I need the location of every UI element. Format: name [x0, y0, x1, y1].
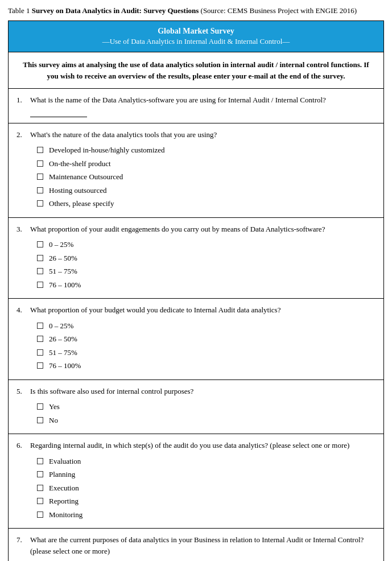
- list-item[interactable]: Reporting: [37, 496, 376, 507]
- list-item[interactable]: On-the-shelf product: [37, 158, 376, 170]
- option-label: Others, please specify: [49, 198, 114, 209]
- question-num-3: 3.: [16, 224, 27, 235]
- checkbox-icon[interactable]: [37, 241, 43, 248]
- list-item[interactable]: No: [37, 415, 376, 426]
- checkbox-icon[interactable]: [37, 174, 43, 180]
- checkbox-icon[interactable]: [37, 498, 43, 504]
- checkbox-icon[interactable]: [37, 336, 43, 342]
- options-4: 0 – 25%26 – 50%51 – 75%76 – 100%: [37, 320, 376, 372]
- checkbox-icon[interactable]: [37, 512, 43, 518]
- caption-bold: Survey on Data Analytics in Audit: Surve…: [32, 6, 199, 15]
- question-5: 5.Is this software also used for interna…: [9, 380, 383, 435]
- list-item[interactable]: Hosting outsourced: [37, 185, 376, 196]
- question-text-2: What's the nature of the data analytics …: [30, 129, 376, 141]
- option-label: Execution: [49, 482, 79, 494]
- checkbox-icon[interactable]: [37, 160, 43, 167]
- questions-container: 1.What is the name of the Data Analytics…: [9, 89, 383, 561]
- checkbox-icon[interactable]: [37, 255, 43, 261]
- table-caption: Table 1 Survey on Data Analytics in Audi…: [8, 6, 384, 16]
- question-text-7: What are the current purposes of data an…: [30, 534, 376, 556]
- list-item[interactable]: 26 – 50%: [37, 333, 376, 345]
- option-label: 51 – 75%: [49, 347, 77, 358]
- checkbox-icon[interactable]: [37, 362, 43, 369]
- question-num-6: 6.: [16, 440, 27, 451]
- header-title: Global Market Survey: [18, 27, 374, 36]
- options-5: YesNo: [37, 401, 376, 426]
- option-label: Yes: [49, 401, 60, 412]
- question-3: 3.What proportion of your audit engageme…: [9, 218, 383, 299]
- option-label: 0 – 25%: [49, 320, 73, 332]
- checkbox-icon[interactable]: [37, 417, 43, 423]
- list-item[interactable]: 51 – 75%: [37, 347, 376, 358]
- option-label: Reporting: [49, 496, 79, 507]
- checkbox-icon[interactable]: [37, 349, 43, 356]
- list-item[interactable]: Monitoring: [37, 509, 376, 521]
- question-num-7: 7.: [16, 534, 27, 556]
- list-item[interactable]: Others, please specify: [37, 198, 376, 209]
- question-text-1: What is the name of the Data Analytics-s…: [30, 94, 376, 106]
- question-text-3: What proportion of your audit engagement…: [30, 224, 376, 235]
- question-num-5: 5.: [16, 386, 27, 397]
- question-num-4: 4.: [16, 304, 27, 316]
- option-label: Planning: [49, 469, 75, 480]
- option-label: Maintenance Outsourced: [49, 171, 123, 183]
- checkbox-icon[interactable]: [37, 485, 43, 491]
- option-label: 51 – 75%: [49, 266, 77, 277]
- option-label: 26 – 50%: [49, 253, 77, 264]
- option-label: On-the-shelf product: [49, 158, 111, 170]
- options-6: EvaluationPlanningExecutionReportingMoni…: [37, 456, 376, 521]
- caption-prefix: Table 1: [8, 6, 32, 15]
- list-item[interactable]: 76 – 100%: [37, 360, 376, 372]
- checkbox-icon[interactable]: [37, 187, 43, 193]
- question-1: 1.What is the name of the Data Analytics…: [9, 89, 383, 123]
- checkbox-icon[interactable]: [37, 200, 43, 207]
- checkbox-icon[interactable]: [37, 282, 43, 288]
- question-text-6: Regarding internal audit, in which step(…: [30, 440, 376, 451]
- question-6: 6.Regarding internal audit, in which ste…: [9, 434, 383, 529]
- option-label: Developed in-house/highly customized: [49, 145, 165, 156]
- caption-suffix: (Source: CEMS Business Project with ENGI…: [199, 6, 357, 15]
- list-item[interactable]: 0 – 25%: [37, 239, 376, 250]
- list-item[interactable]: Maintenance Outsourced: [37, 171, 376, 183]
- question-text-5: Is this software also used for internal …: [30, 386, 376, 397]
- question-7: 7.What are the current purposes of data …: [9, 529, 383, 561]
- checkbox-icon[interactable]: [37, 458, 43, 464]
- options-3: 0 – 25%26 – 50%51 – 75%76 – 100%: [37, 239, 376, 290]
- option-label: 0 – 25%: [49, 239, 73, 250]
- list-item[interactable]: Yes: [37, 401, 376, 412]
- question-num-1: 1.: [16, 94, 27, 106]
- list-item[interactable]: Execution: [37, 482, 376, 494]
- survey-table: Global Market Survey —Use of Data Analyt…: [8, 20, 384, 561]
- list-item[interactable]: 26 – 50%: [37, 253, 376, 264]
- option-label: Monitoring: [49, 509, 82, 521]
- survey-intro: This survey aims at analysing the use of…: [9, 52, 383, 89]
- list-item[interactable]: Developed in-house/highly customized: [37, 145, 376, 156]
- list-item[interactable]: 51 – 75%: [37, 266, 376, 277]
- header-subtitle: —Use of Data Analytics in Internal Audit…: [18, 37, 374, 46]
- checkbox-icon[interactable]: [37, 147, 43, 153]
- list-item[interactable]: 76 – 100%: [37, 279, 376, 291]
- checkbox-icon[interactable]: [37, 403, 43, 410]
- question-text-4: What proportion of your budget would you…: [30, 304, 376, 316]
- option-label: Hosting outsourced: [49, 185, 106, 196]
- checkbox-icon[interactable]: [37, 471, 43, 477]
- checkbox-icon[interactable]: [37, 323, 43, 329]
- question-num-2: 2.: [16, 129, 27, 141]
- question-4: 4.What proportion of your budget would y…: [9, 299, 383, 380]
- question-2: 2.What's the nature of the data analytic…: [9, 123, 383, 218]
- option-label: Evaluation: [49, 456, 81, 467]
- list-item[interactable]: 0 – 25%: [37, 320, 376, 332]
- option-label: 76 – 100%: [49, 279, 81, 291]
- option-label: 76 – 100%: [49, 360, 81, 372]
- answer-blank-line: [30, 109, 87, 117]
- options-2: Developed in-house/highly customizedOn-t…: [37, 145, 376, 209]
- option-label: No: [49, 415, 58, 426]
- checkbox-icon[interactable]: [37, 268, 43, 274]
- survey-header: Global Market Survey —Use of Data Analyt…: [9, 21, 383, 52]
- list-item[interactable]: Evaluation: [37, 456, 376, 467]
- option-label: 26 – 50%: [49, 333, 77, 345]
- list-item[interactable]: Planning: [37, 469, 376, 480]
